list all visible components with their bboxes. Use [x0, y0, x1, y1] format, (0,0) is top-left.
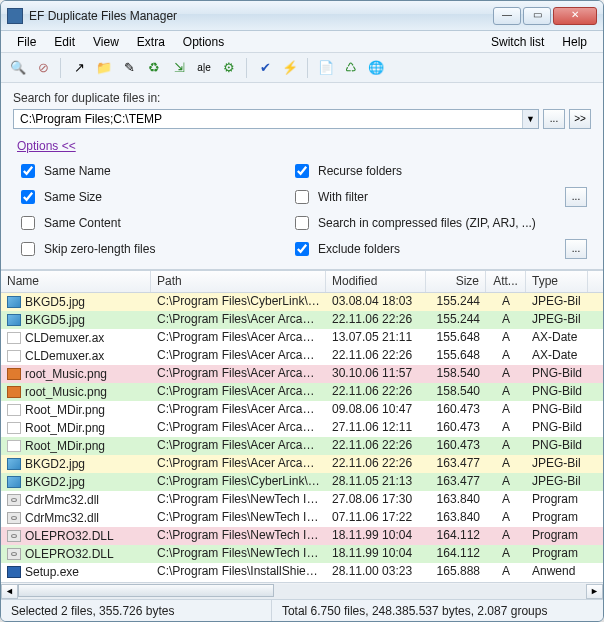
stop-icon[interactable]: ⊘ — [32, 57, 54, 79]
status-total: Total 6.750 files, 248.385.537 bytes, 2.… — [272, 600, 603, 621]
cell-name: BKGD2.jpg — [25, 457, 85, 471]
recycle-icon[interactable]: ♺ — [340, 57, 362, 79]
table-row[interactable]: root_Music.pngC:\Program Files\Acer Arca… — [1, 383, 603, 401]
cell-att: A — [486, 401, 526, 419]
cell-type: Program — [526, 509, 588, 527]
rename-icon[interactable]: a|e — [193, 57, 215, 79]
folder-icon[interactable]: 📁 — [93, 57, 115, 79]
cell-path: C:\Program Files\NewTech Info... — [151, 509, 326, 527]
file-icon — [7, 548, 21, 560]
table-row[interactable]: CLDemuxer.axC:\Program Files\Acer Arcade… — [1, 347, 603, 365]
maximize-button[interactable]: ▭ — [523, 7, 551, 25]
cell-modified: 22.11.06 22:26 — [326, 311, 426, 329]
cell-path: C:\Program Files\NewTech Info... — [151, 491, 326, 509]
tool-icon[interactable]: ⚙ — [218, 57, 240, 79]
col-modified[interactable]: Modified — [326, 271, 426, 292]
col-name[interactable]: Name — [1, 271, 151, 292]
edit-icon[interactable]: ✎ — [118, 57, 140, 79]
cell-modified: 03.08.04 18:03 — [326, 293, 426, 311]
col-type[interactable]: Type — [526, 271, 588, 292]
horizontal-scrollbar[interactable]: ◄ ► — [1, 582, 603, 599]
cell-size: 163.840 — [426, 509, 486, 527]
refresh-icon[interactable]: ♻ — [143, 57, 165, 79]
table-row[interactable]: Root_MDir.pngC:\Program Files\Acer Arcad… — [1, 401, 603, 419]
cell-att: A — [486, 329, 526, 347]
menu-options[interactable]: Options — [175, 33, 232, 51]
cell-type: Anwend — [526, 563, 588, 581]
table-row[interactable]: root_Music.pngC:\Program Files\Acer Arca… — [1, 365, 603, 383]
table-row[interactable]: Root_MDir.pngC:\Program Files\Acer Arcad… — [1, 419, 603, 437]
open-icon[interactable]: ↗ — [68, 57, 90, 79]
table-row[interactable]: Root_MDir.pngC:\Program Files\Acer Arcad… — [1, 437, 603, 455]
cell-modified: 18.11.99 10:04 — [326, 527, 426, 545]
table-row[interactable]: OLEPRO32.DLLC:\Program Files\NewTech Inf… — [1, 545, 603, 563]
cell-att: A — [486, 527, 526, 545]
bolt-icon[interactable]: ⚡ — [279, 57, 301, 79]
table-row[interactable]: BKGD2.jpgC:\Program Files\Acer Arcade ..… — [1, 455, 603, 473]
table-row[interactable]: OLEPRO32.DLLC:\Program Files\NewTech Inf… — [1, 527, 603, 545]
doc-icon[interactable]: 📄 — [315, 57, 337, 79]
path-input[interactable] — [14, 110, 522, 128]
cell-att: A — [486, 455, 526, 473]
filter-button[interactable]: ... — [565, 187, 587, 207]
menu-edit[interactable]: Edit — [46, 33, 83, 51]
cell-att: A — [486, 293, 526, 311]
close-button[interactable]: ✕ — [553, 7, 597, 25]
table-row[interactable]: CLDemuxer.axC:\Program Files\Acer Arcade… — [1, 329, 603, 347]
list-body[interactable]: BKGD5.jpgC:\Program Files\CyberLink\Po..… — [1, 293, 603, 582]
chk-exclude[interactable]: Exclude folders — [291, 239, 557, 259]
path-combo[interactable]: ▼ — [13, 109, 539, 129]
minimize-button[interactable]: — — [493, 7, 521, 25]
exclude-button[interactable]: ... — [565, 239, 587, 259]
cell-att: A — [486, 419, 526, 437]
col-attributes[interactable]: Att... — [486, 271, 526, 292]
title-bar[interactable]: EF Duplicate Files Manager — ▭ ✕ — [1, 1, 603, 31]
col-size[interactable]: Size — [426, 271, 486, 292]
search-icon[interactable]: 🔍 — [7, 57, 29, 79]
cell-type: PNG-Bild — [526, 437, 588, 455]
chk-same-size[interactable]: Same Size — [17, 187, 283, 207]
file-icon — [7, 386, 21, 398]
check-icon[interactable]: ✔ — [254, 57, 276, 79]
cell-name: CLDemuxer.ax — [25, 331, 104, 345]
cell-modified: 09.08.06 10:47 — [326, 401, 426, 419]
table-row[interactable]: BKGD5.jpgC:\Program Files\CyberLink\Po..… — [1, 293, 603, 311]
globe-icon[interactable]: 🌐 — [365, 57, 387, 79]
chk-compressed[interactable]: Search in compressed files (ZIP, ARJ, ..… — [291, 213, 557, 233]
menu-bar: File Edit View Extra Options Switch list… — [1, 31, 603, 53]
cell-modified: 18.11.99 10:04 — [326, 545, 426, 563]
menu-switch-list[interactable]: Switch list — [483, 33, 552, 51]
scroll-left-icon[interactable]: ◄ — [1, 584, 18, 599]
cell-name: root_Music.png — [25, 385, 107, 399]
menu-file[interactable]: File — [9, 33, 44, 51]
chk-skip-zero[interactable]: Skip zero-length files — [17, 239, 283, 259]
col-path[interactable]: Path — [151, 271, 326, 292]
dropdown-icon[interactable]: ▼ — [522, 110, 538, 128]
browse-button[interactable]: ... — [543, 109, 565, 129]
table-row[interactable]: CdrMmc32.dllC:\Program Files\NewTech Inf… — [1, 491, 603, 509]
cell-att: A — [486, 491, 526, 509]
cell-att: A — [486, 545, 526, 563]
scroll-thumb[interactable] — [18, 584, 274, 597]
options-toggle[interactable]: Options << — [17, 139, 76, 153]
menu-view[interactable]: View — [85, 33, 127, 51]
chk-with-filter[interactable]: With filter — [291, 187, 557, 207]
scroll-track[interactable] — [18, 584, 586, 599]
scroll-right-icon[interactable]: ► — [586, 584, 603, 599]
chk-same-name[interactable]: Same Name — [17, 161, 283, 181]
cell-name: Setup.exe — [25, 565, 79, 579]
table-row[interactable]: BKGD2.jpgC:\Program Files\CyberLink\Po..… — [1, 473, 603, 491]
table-row[interactable]: CdrMmc32.dllC:\Program Files\NewTech Inf… — [1, 509, 603, 527]
chk-recurse[interactable]: Recurse folders — [291, 161, 557, 181]
menu-extra[interactable]: Extra — [129, 33, 173, 51]
table-row[interactable]: Setup.exeC:\Program Files\InstallShield … — [1, 563, 603, 581]
cell-name: Root_MDir.png — [25, 439, 105, 453]
cell-type: PNG-Bild — [526, 365, 588, 383]
chk-same-content[interactable]: Same Content — [17, 213, 283, 233]
menu-help[interactable]: Help — [554, 33, 595, 51]
cell-size: 160.473 — [426, 437, 486, 455]
go-button[interactable]: >> — [569, 109, 591, 129]
table-row[interactable]: BKGD5.jpgC:\Program Files\Acer Arcade ..… — [1, 311, 603, 329]
file-icon — [7, 530, 21, 542]
export-icon[interactable]: ⇲ — [168, 57, 190, 79]
